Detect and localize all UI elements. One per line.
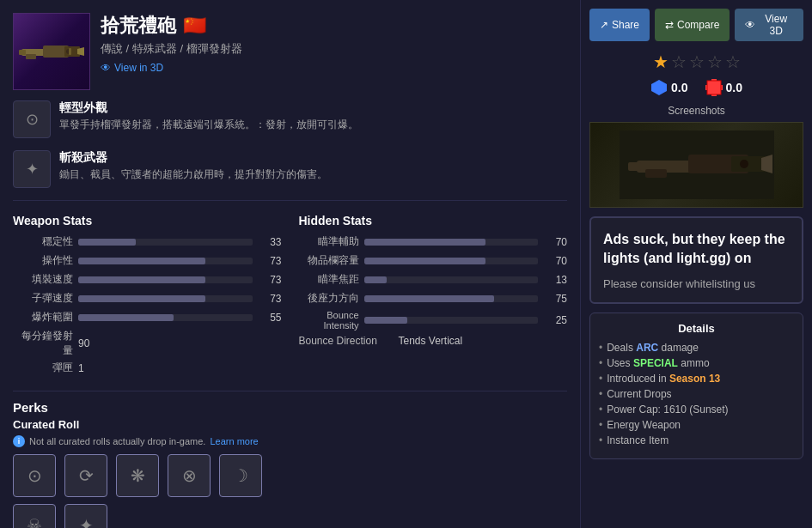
rating-row: 0.0 0.0	[589, 79, 803, 96]
weapon-stats-title: Weapon Stats	[13, 214, 282, 228]
perk-slot-4[interactable]: ☽	[219, 454, 262, 497]
perk-icons-row-2: ☠ ✦	[13, 504, 567, 528]
stat-bar-recoil	[364, 295, 495, 302]
detail-powercap: • Power Cap: 1610 (Sunset)	[599, 404, 794, 416]
pve-icon	[650, 79, 668, 96]
item-image	[13, 13, 90, 90]
star-3[interactable]: ☆	[689, 52, 705, 72]
ad-subtext: Please consider whitelisting us	[603, 277, 790, 290]
pvp-rating: 0.0	[705, 79, 742, 96]
perk-item-0: ⊙ 輕型外觀 單發手持榴彈發射器，搭載遠端引爆系統。：發射，放開可引爆。	[13, 100, 567, 138]
detail-season: • Introduced in Season 13	[599, 373, 794, 385]
pvp-icon	[705, 79, 723, 96]
perk-content-1: 斬殺武器 鋤目、截員、守護者的超能力啟用時，提升對對方的傷害。	[59, 150, 327, 182]
perk-slot-5[interactable]: ☠	[13, 504, 56, 528]
stat-value-stability: 33	[258, 236, 282, 248]
stat-bar-velocity	[78, 295, 205, 302]
share-button[interactable]: ↗ Share	[589, 9, 650, 41]
bullet-ammo: •	[599, 357, 602, 369]
view-in-3d-link[interactable]: 👁 View in 3D	[101, 62, 567, 74]
stat-row-bounce: Bounce Intensity 25	[299, 310, 568, 331]
stat-bar-aim-assist-bg	[364, 239, 539, 246]
stat-row-aim-assist: 瞄準輔助 70	[299, 234, 568, 249]
action-buttons: ↗ Share ⇄ Compare 👁 View 3D	[589, 9, 803, 41]
star-4[interactable]: ☆	[707, 52, 723, 72]
item-name: 拾荒禮砲 🇨🇳	[101, 13, 567, 39]
perk-desc-0: 單發手持榴彈發射器，搭載遠端引爆系統。：發射，放開可引爆。	[59, 118, 358, 132]
stat-value-recoil: 75	[543, 293, 567, 305]
weapon-stats-col: Weapon Stats 穩定性 33 操作性 73	[13, 214, 282, 378]
stat-label-recoil: 後座力方向	[299, 291, 359, 306]
svg-point-17	[740, 160, 748, 168]
info-icon: i	[13, 435, 25, 447]
curated-note-text: Not all curated rolls actually drop in-g…	[29, 436, 205, 446]
stat-row-handling: 操作性 73	[13, 253, 282, 268]
stat-label-velocity: 子彈速度	[13, 291, 73, 306]
perk-slot-1[interactable]: ⟳	[64, 454, 107, 497]
stat-value-blast: 55	[258, 312, 282, 324]
bullet-powercap: •	[599, 404, 602, 416]
detail-instance-item: • Instance Item	[599, 434, 794, 446]
svg-rect-3	[26, 54, 36, 59]
screenshot-weapon-svg	[620, 130, 774, 199]
svg-rect-5	[69, 48, 71, 55]
pve-rating: 0.0	[650, 79, 687, 96]
rpm-row: 每分鐘發射量 90	[13, 329, 282, 358]
learn-more-link[interactable]: Learn more	[210, 436, 258, 446]
perk-icon-0: ⊙	[13, 100, 51, 138]
perk-slot-3[interactable]: ⊗	[168, 454, 211, 497]
star-5[interactable]: ☆	[725, 52, 741, 72]
star-2[interactable]: ☆	[671, 52, 687, 72]
hidden-stats-bars: 瞄準輔助 70 物品欄容量 70 瞄準焦距	[299, 234, 568, 347]
stat-bar-zoom	[364, 276, 387, 283]
stat-bar-handling	[78, 258, 205, 264]
details-title: Details	[599, 322, 794, 335]
stat-bar-inventory-bg	[364, 258, 539, 264]
mag-label: 彈匣	[13, 361, 73, 375]
stat-row-inventory: 物品欄容量 70	[299, 253, 568, 268]
stat-row-stability: 穩定性 33	[13, 234, 282, 249]
stat-value-handling: 73	[258, 255, 282, 267]
stat-value-zoom: 13	[543, 274, 567, 286]
compare-button[interactable]: ⇄ Compare	[655, 9, 730, 41]
stat-row-reload: 填裝速度 73	[13, 272, 282, 287]
stat-label-bounce: Bounce Intensity	[299, 310, 359, 331]
stat-bar-velocity-bg	[78, 295, 253, 302]
stat-row-zoom: 瞄準焦距 13	[299, 272, 568, 287]
detail-ammo: • Uses SPECIAL ammo	[599, 357, 794, 369]
divider-2	[13, 391, 567, 391]
stat-bar-stability	[78, 239, 136, 246]
detail-instance-text: Instance Item	[607, 434, 669, 446]
screenshot-image	[589, 122, 803, 208]
stat-value-reload: 73	[258, 274, 282, 286]
mag-value: 1	[78, 362, 84, 374]
bullet-drops: •	[599, 388, 602, 400]
stat-bar-aim-assist	[364, 239, 486, 246]
perk-icon-1: ✦	[13, 150, 51, 188]
stat-bar-zoom-bg	[364, 276, 539, 283]
flag-icon: 🇨🇳	[183, 15, 206, 37]
stat-label-handling: 操作性	[13, 253, 73, 268]
stat-bar-reload	[78, 276, 205, 283]
stats-section: Weapon Stats 穩定性 33 操作性 73	[13, 214, 567, 378]
detail-drops: • Current Drops	[599, 388, 794, 400]
item-title-area: 拾荒禮砲 🇨🇳 傳說 / 特殊武器 / 榴彈發射器 👁 View in 3D	[101, 13, 567, 74]
stat-bar-recoil-bg	[364, 295, 539, 302]
view3d-label: View 3D	[759, 13, 793, 37]
view-3d-icon: 👁	[101, 62, 111, 74]
perk-desc-1: 鋤目、截員、守護者的超能力啟用時，提升對對方的傷害。	[59, 167, 327, 182]
bullet-instance: •	[599, 434, 602, 446]
view3d-button[interactable]: 👁 View 3D	[735, 9, 803, 41]
hidden-stats-title: Hidden Stats	[299, 214, 568, 228]
star-1[interactable]: ★	[653, 52, 669, 72]
season-highlight: Season 13	[669, 373, 720, 385]
perk-slot-2[interactable]: ❋	[116, 454, 159, 497]
rpm-label: 每分鐘發射量	[13, 329, 73, 358]
view-3d-label: View in 3D	[114, 62, 163, 74]
hidden-stats-col: Hidden Stats 瞄準輔助 70 物品欄容量 7	[299, 214, 568, 378]
ad-box: Ads suck, but they keep the lights (and …	[589, 216, 803, 304]
svg-marker-7	[651, 80, 667, 95]
perk-slot-0[interactable]: ⊙	[13, 454, 56, 497]
perk-slot-6[interactable]: ✦	[64, 504, 107, 528]
main-layout: 拾荒禮砲 🇨🇳 傳說 / 特殊武器 / 榴彈發射器 👁 View in 3D ⊙…	[0, 0, 812, 528]
